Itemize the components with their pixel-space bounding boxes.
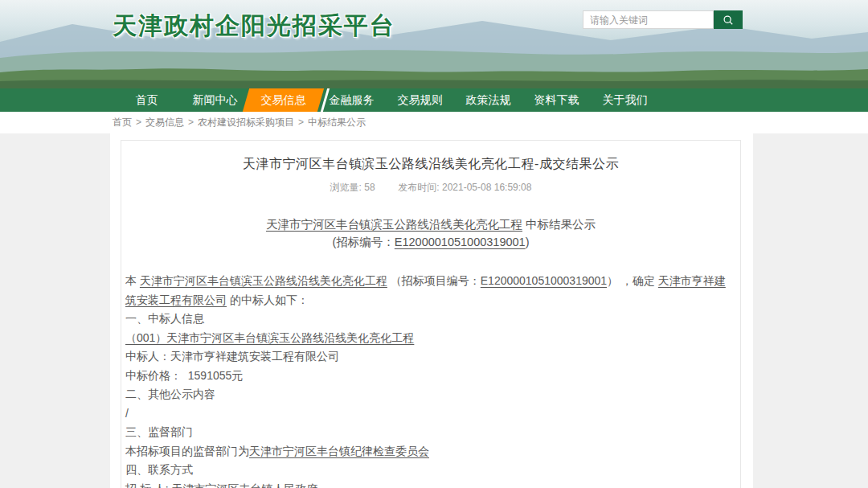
nav-item-about[interactable]: 关于我们 (591, 88, 659, 112)
search-bar (583, 10, 743, 29)
section2-content: / (125, 404, 736, 424)
nav-item-home[interactable]: 首页 (113, 88, 181, 112)
intro-paragraph: 本 天津市宁河区丰台镇滨玉公路线沿线美化亮化工程 （招标项目编号：E120000… (125, 272, 736, 310)
supervisor-line: 本招标项目的监督部门为天津市宁河区丰台镇纪律检查委员会 (125, 442, 736, 461)
article-panel: 天津市宁河区丰台镇滨玉公路线沿线美化亮化工程-成交结果公示 浏览量: 58 发布… (121, 140, 741, 488)
header-banner: 天津政村企阳光招采平台 (0, 0, 868, 88)
supervisor-underlined: 天津市宁河区丰台镇纪律检查委员会 (249, 445, 429, 457)
breadcrumb-trade-info-link[interactable]: 交易信息 (145, 117, 184, 128)
breadcrumb-separator: > (188, 117, 194, 128)
nav-item-downloads[interactable]: 资料下载 (522, 88, 591, 112)
views-label: 浏览量: (330, 182, 362, 193)
search-input[interactable] (583, 10, 714, 29)
article-body: 本 天津市宁河区丰台镇滨玉公路线沿线美化亮化工程 （招标项目编号：E120000… (125, 272, 736, 488)
search-icon (723, 14, 734, 26)
article-title: 天津市宁河区丰台镇滨玉公路线沿线美化亮化工程-成交结果公示 (125, 156, 736, 173)
nav-item-news[interactable]: 新闻中心 (181, 88, 249, 112)
project-name-underlined: 天津市宁河区丰台镇滨玉公路线沿线美化亮化工程 (266, 218, 522, 231)
content-column: 天津市宁河区丰台镇滨玉公路线沿线美化亮化工程-成交结果公示 浏览量: 58 发布… (110, 133, 753, 488)
section1-heading: 一、中标人信息 (125, 310, 736, 329)
winner-line: 中标人：天津市亨祥建筑安装工程有限公司 (125, 347, 736, 367)
nav-items: 首页 新闻中心 交易信息 金融服务 交易规则 政策法规 资料下载 关于我们 (0, 88, 868, 112)
main-nav: 首页 新闻中心 交易信息 金融服务 交易规则 政策法规 资料下载 关于我们 (0, 88, 868, 112)
publish-time-label: 发布时间: (398, 182, 439, 193)
contact-bidder-line: 招 标 人: 天津市宁河区丰台镇人民政府 (125, 480, 736, 488)
nav-item-trade-rules[interactable]: 交易规则 (386, 88, 454, 112)
search-button[interactable] (714, 10, 743, 29)
bid-number-underlined: E1200001051000319001 (481, 274, 607, 287)
section2-heading: 二、其他公示内容 (125, 385, 736, 404)
notice-subtitle: 天津市宁河区丰台镇滨玉公路线沿线美化亮化工程 中标结果公示 (招标编号：E120… (125, 215, 736, 251)
bid-number-underlined: E1200001051000319001 (395, 236, 526, 248)
publish-time: 2021-05-08 16:59:08 (442, 182, 531, 193)
breadcrumb-separator: > (298, 117, 304, 128)
breadcrumb-home-link[interactable]: 首页 (113, 117, 132, 128)
section4-heading: 四、联系方式 (125, 461, 736, 480)
views-count: 58 (364, 182, 375, 193)
section1-item: （001）天津市宁河区丰台镇滨玉公路线沿线美化亮化工程 (125, 329, 736, 348)
notice-subtitle-line2: (招标编号：E1200001051000319001) (125, 233, 736, 251)
breadcrumb-rural-projects-link[interactable]: 农村建设招标采购项目 (198, 117, 294, 128)
section3-heading: 三、监督部门 (125, 423, 736, 442)
breadcrumb-current: 中标结果公示 (308, 117, 366, 128)
breadcrumb: 首页>交易信息>农村建设招标采购项目>中标结果公示 (0, 112, 868, 133)
site-title: 天津政村企阳光招采平台 (113, 10, 395, 43)
article-meta: 浏览量: 58 发布时间: 2021-05-08 16:59:08 (125, 181, 736, 195)
notice-subtitle-line1: 天津市宁河区丰台镇滨玉公路线沿线美化亮化工程 中标结果公示 (125, 215, 736, 233)
main-area: 天津市宁河区丰台镇滨玉公路线沿线美化亮化工程-成交结果公示 浏览量: 58 发布… (0, 133, 868, 488)
project-name-underlined: 天津市宁河区丰台镇滨玉公路线沿线美化亮化工程 (140, 274, 387, 287)
nav-item-policy[interactable]: 政策法规 (454, 88, 522, 112)
nav-item-trade-info-active[interactable]: 交易信息 (249, 88, 317, 112)
page: 天津政村企阳光招采平台 首页 新闻中心 交易信息 金融服务 交易规则 政策法规 … (0, 0, 868, 488)
breadcrumb-separator: > (136, 117, 141, 128)
price-line: 中标价格： 1591055元 (125, 367, 736, 386)
